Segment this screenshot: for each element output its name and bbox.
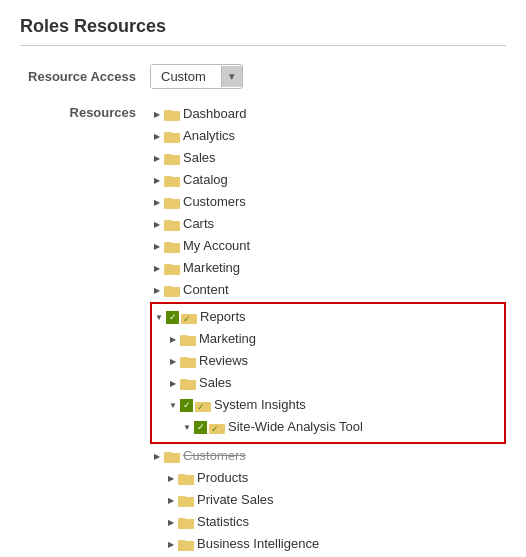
folder-icon xyxy=(178,472,194,485)
list-item: Catalog xyxy=(150,169,506,191)
folder-icon xyxy=(164,174,180,187)
item-label: Sales xyxy=(199,374,232,392)
list-item: Marketing xyxy=(166,328,498,350)
folder-icon xyxy=(178,538,194,551)
item-label: My Account xyxy=(183,237,250,255)
toggle-sales-sub[interactable] xyxy=(166,376,180,390)
item-label: Private Sales xyxy=(197,491,274,509)
resource-access-value: Custom xyxy=(151,65,221,88)
list-item: Customers xyxy=(150,191,506,213)
list-item: Dashboard xyxy=(150,103,506,125)
toggle-marketing[interactable] xyxy=(150,261,164,275)
toggle-private-sales[interactable] xyxy=(164,493,178,507)
list-item: Customers xyxy=(150,445,506,467)
toggle-marketing-sub[interactable] xyxy=(166,332,180,346)
checkbox-system-insights[interactable] xyxy=(180,399,193,412)
folder-icon xyxy=(178,516,194,529)
list-item: Reviews xyxy=(166,350,498,372)
toggle-reports[interactable] xyxy=(152,310,166,324)
toggle-business-intelligence[interactable] xyxy=(164,537,178,551)
folder-icon xyxy=(164,262,180,275)
toggle-catalog[interactable] xyxy=(150,173,164,187)
folder-icon xyxy=(164,450,180,463)
list-item: Products xyxy=(164,467,506,489)
item-label: Marketing xyxy=(199,330,256,348)
site-wide-item: Site-Wide Analysis Tool xyxy=(180,416,498,438)
item-label: Customers xyxy=(183,447,246,465)
item-label: Catalog xyxy=(183,171,228,189)
toggle-products[interactable] xyxy=(164,471,178,485)
checkbox-site-wide[interactable] xyxy=(194,421,207,434)
system-insights-label: System Insights xyxy=(214,396,306,414)
item-label: Reviews xyxy=(199,352,248,370)
item-label: Carts xyxy=(183,215,214,233)
page-title: Roles Resources xyxy=(20,16,506,46)
site-wide-label: Site-Wide Analysis Tool xyxy=(228,418,363,436)
item-label: Customers xyxy=(183,193,246,211)
toggle-site-wide[interactable] xyxy=(180,420,194,434)
folder-icon xyxy=(164,152,180,165)
folder-icon xyxy=(164,284,180,297)
folder-icon xyxy=(164,240,180,253)
folder-icon xyxy=(180,355,196,368)
item-label: Sales xyxy=(183,149,216,167)
item-label: Content xyxy=(183,281,229,299)
toggle-dashboard[interactable] xyxy=(150,107,164,121)
list-item: Analytics xyxy=(150,125,506,147)
item-label: Dashboard xyxy=(183,105,247,123)
folder-icon xyxy=(180,377,196,390)
list-item: Marketing xyxy=(150,257,506,279)
toggle-my-account[interactable] xyxy=(150,239,164,253)
list-item: Statistics xyxy=(164,511,506,533)
list-item: Business Intelligence xyxy=(164,533,506,555)
folder-icon-site-wide xyxy=(209,421,225,434)
toggle-carts[interactable] xyxy=(150,217,164,231)
list-item: Carts xyxy=(150,213,506,235)
folder-icon xyxy=(164,108,180,121)
highlighted-section: Reports Marketing Reviews Sales xyxy=(150,302,506,444)
resources-label: Resources xyxy=(20,103,150,120)
list-item: My Account xyxy=(150,235,506,257)
checkbox-reports[interactable] xyxy=(166,311,179,324)
list-item: Sales xyxy=(150,147,506,169)
toggle-customers-strike[interactable] xyxy=(150,449,164,463)
resource-access-label: Resource Access xyxy=(20,69,150,84)
item-label: Business Intelligence xyxy=(197,535,319,553)
system-insights-item: System Insights xyxy=(166,394,498,416)
list-item: Private Sales xyxy=(164,489,506,511)
select-dropdown-arrow[interactable]: ▾ xyxy=(221,66,242,87)
item-label: Marketing xyxy=(183,259,240,277)
folder-icon-system-insights xyxy=(195,399,211,412)
folder-icon-reports xyxy=(181,311,197,324)
folder-icon xyxy=(178,494,194,507)
folder-icon xyxy=(180,333,196,346)
list-item: Content xyxy=(150,279,506,301)
folder-icon xyxy=(164,130,180,143)
item-label: Products xyxy=(197,469,248,487)
folder-icon xyxy=(164,218,180,231)
toggle-reviews[interactable] xyxy=(166,354,180,368)
toggle-statistics[interactable] xyxy=(164,515,178,529)
toggle-system-insights[interactable] xyxy=(166,398,180,412)
toggle-sales[interactable] xyxy=(150,151,164,165)
item-label: Statistics xyxy=(197,513,249,531)
reports-label: Reports xyxy=(200,308,246,326)
reports-item: Reports xyxy=(152,306,498,328)
item-label: Analytics xyxy=(183,127,235,145)
toggle-customers[interactable] xyxy=(150,195,164,209)
toggle-content[interactable] xyxy=(150,283,164,297)
resource-access-select[interactable]: Custom ▾ xyxy=(150,64,243,89)
list-item: Sales xyxy=(166,372,498,394)
tree-container: Dashboard Analytics Sales Catalog Custom… xyxy=(150,103,506,557)
toggle-analytics[interactable] xyxy=(150,129,164,143)
folder-icon xyxy=(164,196,180,209)
